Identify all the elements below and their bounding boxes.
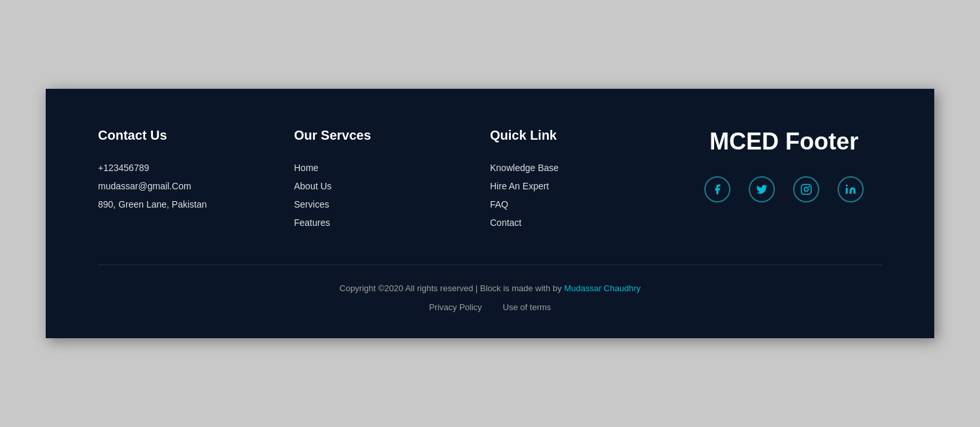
quicklink-contact[interactable]: Contact xyxy=(490,214,686,232)
copyright-text: Copyright ©2020 All rights reserved | Bl… xyxy=(98,283,882,293)
footer: Contact Us +123456789 mudassar@gmail.Com… xyxy=(46,89,934,338)
author-link[interactable]: Mudassar Chaudhry xyxy=(564,283,640,293)
svg-rect-3 xyxy=(846,188,848,194)
footer-top: Contact Us +123456789 mudassar@gmail.Com… xyxy=(98,128,882,232)
contact-phone: +123456789 xyxy=(98,159,294,177)
services-link-services[interactable]: Services xyxy=(294,195,490,214)
contact-address: 890, Green Lane, Pakistan xyxy=(98,195,294,214)
linkedin-icon[interactable] xyxy=(838,176,864,202)
quicklink-hire-expert[interactable]: Hire An Expert xyxy=(490,177,686,195)
brand-col: MCED Footer xyxy=(686,128,882,202)
copyright-static: Copyright ©2020 All rights reserved | Bl… xyxy=(340,283,564,293)
use-of-terms-link[interactable]: Use of terms xyxy=(503,302,551,312)
quicklink-knowledge-base[interactable]: Knowledge Base xyxy=(490,159,686,177)
contact-heading: Contact Us xyxy=(98,128,294,143)
instagram-icon[interactable] xyxy=(793,176,819,202)
brand-title: MCED Footer xyxy=(710,128,858,155)
footer-bottom: Copyright ©2020 All rights reserved | Bl… xyxy=(98,264,882,312)
services-link-home[interactable]: Home xyxy=(294,159,490,177)
svg-point-4 xyxy=(846,185,848,187)
facebook-icon[interactable] xyxy=(704,176,730,202)
services-link-features[interactable]: Features xyxy=(294,214,490,232)
services-link-about[interactable]: About Us xyxy=(294,177,490,195)
svg-point-1 xyxy=(804,187,808,191)
svg-rect-0 xyxy=(802,185,811,195)
services-heading: Our Servces xyxy=(294,128,490,143)
contact-email: mudassar@gmail.Com xyxy=(98,177,294,195)
contact-col: Contact Us +123456789 mudassar@gmail.Com… xyxy=(98,128,294,214)
quicklink-faq[interactable]: FAQ xyxy=(490,195,686,214)
svg-point-2 xyxy=(808,186,809,187)
quicklink-col: Quick Link Knowledge Base Hire An Expert… xyxy=(490,128,686,232)
quicklink-heading: Quick Link xyxy=(490,128,686,143)
social-icons xyxy=(704,176,864,202)
twitter-icon[interactable] xyxy=(749,176,775,202)
footer-policy-links: Privacy Policy Use of terms xyxy=(98,302,882,312)
services-col: Our Servces Home About Us Services Featu… xyxy=(294,128,490,232)
privacy-policy-link[interactable]: Privacy Policy xyxy=(429,302,482,312)
